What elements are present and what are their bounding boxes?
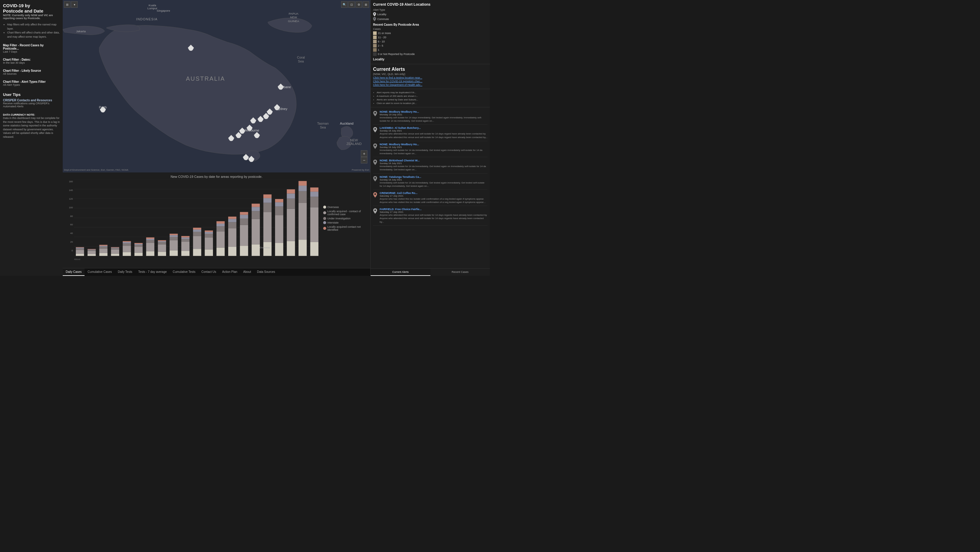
chart-bar[interactable] [193,236,201,249]
chart-bar[interactable] [88,250,95,251]
bottom-tab-daily-cases[interactable]: Daily Cases [63,268,84,276]
chart-bar[interactable] [158,244,166,252]
chart-bar[interactable] [111,247,119,248]
chart-bar[interactable] [263,203,272,212]
chart-bar[interactable] [275,215,283,243]
chart-bar[interactable] [310,197,318,207]
chart-bar[interactable] [134,244,143,245]
chart-bar[interactable] [251,204,259,207]
chart-bar[interactable] [310,187,318,191]
alert-entry[interactable]: NONE: Modbury Modbury Ho... Monday 19 Ju… [373,108,487,124]
alert-link[interactable]: Click here for COVID-19 symptom chec... [373,80,487,83]
map-search-btn[interactable]: 🔍 [341,1,348,8]
chart-bar[interactable] [170,240,178,250]
chart-bar[interactable] [88,254,95,256]
chart-bar[interactable] [123,246,131,252]
chart-bar[interactable] [99,245,107,246]
chart-bar[interactable] [170,234,178,235]
chart-bar[interactable] [99,247,107,248]
chart-bar[interactable] [263,212,272,242]
chart-bar[interactable] [170,237,178,240]
chart-bar[interactable] [146,240,154,243]
bottom-tab-cumulative-tests[interactable]: Cumulative Tests [170,268,198,276]
chart-bar[interactable] [181,236,189,238]
bottom-tab-about[interactable]: About [240,268,254,276]
chart-bar[interactable] [287,209,295,241]
alert-link[interactable]: Click here for Department of Health adv.… [373,83,487,86]
map-settings-btn[interactable]: ⚙ [355,1,362,8]
chart-bar[interactable] [134,252,143,256]
chart-bar[interactable] [146,243,154,251]
bottom-tab-cumulative-cases[interactable]: Cumulative Cases [84,268,115,276]
map-container[interactable]: ⊞ ▾ 🔍 ⊡ ⚙ ⊞ [63,0,371,172]
chart-filter-source[interactable]: Chart Filter - Likely Source All Sources [3,69,60,75]
chart-bar[interactable] [134,243,143,244]
chart-bar[interactable] [228,219,236,222]
map-filter[interactable]: Map Filter - Recent Cases by Postcode...… [3,44,60,53]
chart-bar[interactable] [216,231,224,247]
chart-bar[interactable] [193,232,201,236]
chart-bar[interactable] [76,247,84,248]
chart-bar[interactable] [263,198,272,203]
crisper-link[interactable]: CRISPER Contacts and Resources [3,99,60,102]
bottom-tab-data-sources[interactable]: Data Sources [254,268,278,276]
chart-bar[interactable] [251,207,259,211]
chart-bar[interactable] [287,198,295,209]
chart-bar[interactable] [88,251,95,254]
chart-bar[interactable] [123,252,131,256]
alert-location-link[interactable]: FAIRFIELD: Free Choice Fairfie... [380,208,422,211]
right-tab-current-alerts[interactable]: Current Alerts [371,269,430,276]
chart-bar[interactable] [251,219,259,244]
chart-bar[interactable] [228,217,236,219]
chart-bar[interactable] [251,211,259,219]
chart-bar[interactable] [275,199,283,202]
alert-entry[interactable]: CREMORNE: Axil Coffee Ro... Saturday 17 … [373,190,487,206]
chart-bar[interactable] [240,225,248,246]
chart-bar[interactable] [287,241,295,256]
chart-bar[interactable] [170,250,178,256]
map-tool-dropdown[interactable]: ▾ [71,1,78,8]
chart-bar[interactable] [111,247,119,248]
chart-bar[interactable] [216,221,224,223]
right-tab-recent-cases[interactable]: Recent Cases [430,269,490,276]
chart-bar[interactable] [216,223,224,226]
alert-location-link[interactable]: NONE: Modbury Modbury Ho... [380,110,419,113]
chart-bar[interactable] [298,191,307,203]
chart-bar[interactable] [76,247,84,248]
chart-bar[interactable] [181,241,189,251]
chart-bar[interactable] [298,186,307,191]
bottom-tab-daily-tests[interactable]: Daily Tests [115,268,135,276]
chart-bar[interactable] [298,181,307,186]
chart-bar[interactable] [99,246,107,247]
chart-bar[interactable] [205,237,213,249]
chart-filter-alert[interactable]: Chart Filter - Alert Types Filter All Al… [3,80,60,86]
zoom-out-button[interactable]: − [361,157,368,163]
alert-entry[interactable]: LAKEMBA: Al Sultan Butchery... Sunday 18… [373,124,487,141]
chart-bar[interactable] [111,248,119,250]
chart-bar[interactable] [310,242,318,256]
chart-bar[interactable] [76,250,84,254]
alert-entry[interactable]: NONE: Birkinhead Chemist W... Sunday 18 … [373,157,487,173]
chart-bar[interactable] [99,253,107,256]
alert-entry[interactable]: NONE: Yatalunga Tenafeats Ca... Sunday 1… [373,174,487,190]
chart-bar[interactable] [240,246,248,256]
chart-bar[interactable] [263,195,272,198]
chart-bar[interactable] [228,228,236,247]
zoom-in-button[interactable]: + [361,150,368,157]
alert-entry[interactable]: NONE: Modbury Modbury Ho... Sunday 18 Ju… [373,141,487,157]
bottom-tab-contact-us[interactable]: Contact Us [198,268,219,276]
chart-bar[interactable] [76,254,84,256]
chart-bar[interactable] [263,242,272,256]
chart-bar[interactable] [205,232,213,234]
chart-bar[interactable] [240,219,248,225]
alert-location-link[interactable]: NONE: Yatalunga Tenafeats Ca... [380,175,421,179]
chart-bar[interactable] [158,252,166,256]
chart-bar[interactable] [205,250,213,256]
alert-link[interactable]: Click here to find a testing location ne… [373,76,487,79]
chart-bar[interactable] [111,254,119,256]
chart-bar[interactable] [170,235,178,237]
chart-bar[interactable] [146,237,154,239]
alert-location-link[interactable]: NONE: Birkinhead Chemist W... [380,159,420,162]
chart-bar[interactable] [287,193,295,198]
chart-bar[interactable] [88,250,95,250]
